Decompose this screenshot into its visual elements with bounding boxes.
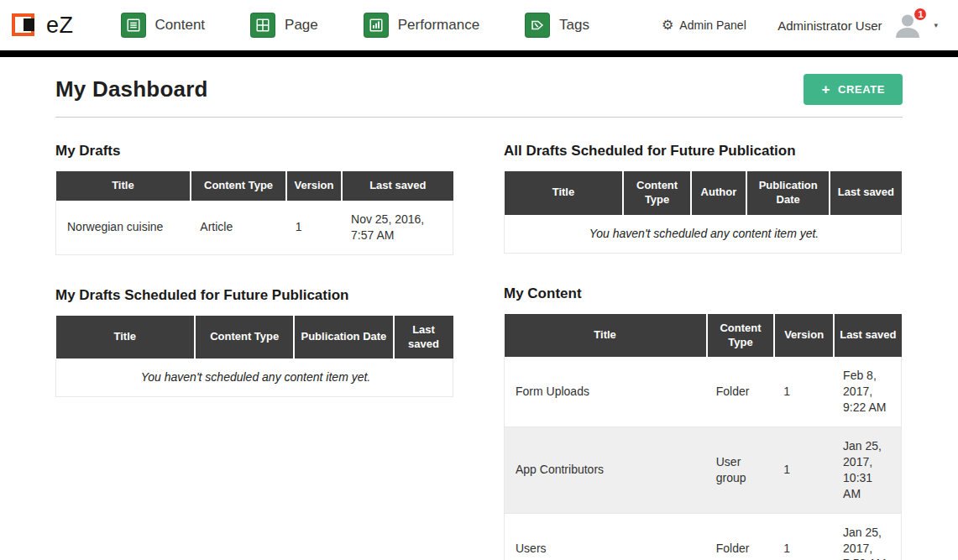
user-avatar[interactable]: 1 xyxy=(893,13,923,38)
all-drafts-scheduled-section: All Drafts Scheduled for Future Publicat… xyxy=(504,143,902,254)
admin-panel-label: Admin Panel xyxy=(679,18,746,32)
logo-text: eZ xyxy=(46,13,74,39)
nav-label-performance: Performance xyxy=(398,17,479,34)
nav-item-tags[interactable]: Tags xyxy=(525,13,589,38)
cell-title: Users xyxy=(505,513,707,560)
all-drafts-scheduled-table: Title Content Type Author Publication Da… xyxy=(504,171,902,254)
my-drafts-scheduled-heading: My Drafts Scheduled for Future Publicati… xyxy=(55,287,453,304)
user-area: Administrator User 1 ▾ xyxy=(777,13,943,38)
create-button-label: CREATE xyxy=(838,83,885,96)
cell-last-saved: Jan 25, 2017, 7:58 AM xyxy=(834,513,901,560)
table-header-row: Title Content Type Version Last saved xyxy=(56,171,453,201)
all-drafts-scheduled-heading: All Drafts Scheduled for Future Publicat… xyxy=(504,143,902,160)
empty-message-row: You haven't scheduled any content item y… xyxy=(56,359,453,396)
cell-content-type: Article xyxy=(191,201,286,254)
left-column: My Drafts Title Content Type Version Las… xyxy=(55,143,453,560)
column-header-publication-date: Publication Date xyxy=(746,171,830,215)
column-header-version: Version xyxy=(286,171,342,201)
column-header-content-type: Content Type xyxy=(191,171,286,201)
admin-panel-button[interactable]: ⚙ Admin Panel xyxy=(662,18,746,32)
empty-message-row: You haven't scheduled any content item y… xyxy=(505,215,902,253)
cell-content-type: Folder xyxy=(707,513,774,560)
column-header-last-saved: Last saved xyxy=(394,316,453,359)
table-header-row: Title Content Type Author Publication Da… xyxy=(505,171,902,215)
table-row[interactable]: App Contributors User group 1 Jan 25, 20… xyxy=(505,427,902,514)
cell-version: 1 xyxy=(774,427,834,514)
column-header-title: Title xyxy=(505,171,624,215)
chevron-down-icon[interactable]: ▾ xyxy=(934,21,938,29)
column-header-content-type: Content Type xyxy=(707,314,774,358)
empty-message: You haven't scheduled any content item y… xyxy=(56,359,453,396)
nav-item-performance[interactable]: Performance xyxy=(364,13,479,38)
logo-black-square xyxy=(24,18,34,31)
my-content-heading: My Content xyxy=(504,285,902,302)
cell-last-saved: Jan 25, 2017, 10:31 AM xyxy=(834,427,901,514)
my-drafts-table: Title Content Type Version Last saved No… xyxy=(55,171,453,255)
column-header-version: Version xyxy=(774,314,834,358)
table-header-row: Title Content Type Publication Date Last… xyxy=(56,316,453,359)
dashboard-main: My Dashboard + CREATE My Drafts Title Co… xyxy=(0,74,958,560)
my-drafts-heading: My Drafts xyxy=(55,143,453,160)
nav-label-content: Content xyxy=(155,17,206,34)
nav-label-tags: Tags xyxy=(559,17,589,34)
page-icon xyxy=(250,13,275,38)
ez-logo[interactable]: eZ xyxy=(12,11,74,39)
my-drafts-section: My Drafts Title Content Type Version Las… xyxy=(55,143,453,255)
page-header: My Dashboard + CREATE xyxy=(55,74,903,118)
create-button[interactable]: + CREATE xyxy=(804,74,903,105)
nav-item-content[interactable]: Content xyxy=(121,13,206,38)
main-navigation: Content Page Performance xyxy=(121,13,590,38)
right-column: All Drafts Scheduled for Future Publicat… xyxy=(504,143,902,560)
cell-content-type: User group xyxy=(707,427,774,514)
cell-last-saved: Feb 8, 2017, 9:22 AM xyxy=(834,357,901,427)
content-icon xyxy=(121,13,146,38)
cell-title: Norwegian cuisine xyxy=(56,201,191,254)
my-drafts-scheduled-section: My Drafts Scheduled for Future Publicati… xyxy=(55,287,453,398)
column-header-title: Title xyxy=(56,171,191,201)
performance-icon xyxy=(364,13,389,38)
tags-icon xyxy=(525,13,550,38)
cell-last-saved: Nov 25, 2016, 7:57 AM xyxy=(342,201,453,254)
cell-version: 1 xyxy=(774,513,834,560)
navbar-divider-bar xyxy=(0,50,958,57)
table-row[interactable]: Norwegian cuisine Article 1 Nov 25, 2016… xyxy=(56,201,453,254)
table-row[interactable]: Users Folder 1 Jan 25, 2017, 7:58 AM xyxy=(505,513,902,560)
notification-badge[interactable]: 1 xyxy=(913,7,928,22)
cell-version: 1 xyxy=(286,201,342,254)
my-drafts-scheduled-table: Title Content Type Publication Date Last… xyxy=(55,316,453,398)
page-title: My Dashboard xyxy=(55,76,208,102)
table-row[interactable]: Form Uploads Folder 1 Feb 8, 2017, 9:22 … xyxy=(505,357,902,427)
plus-icon: + xyxy=(821,84,830,96)
cell-title: App Contributors xyxy=(505,427,707,514)
nav-label-page: Page xyxy=(285,17,318,34)
column-header-last-saved: Last saved xyxy=(834,314,901,358)
column-header-title: Title xyxy=(56,316,196,359)
top-navbar: eZ Content Page xyxy=(0,0,958,50)
dashboard-columns: My Drafts Title Content Type Version Las… xyxy=(55,143,903,560)
gear-icon: ⚙ xyxy=(662,18,673,32)
column-header-content-type: Content Type xyxy=(195,316,294,359)
column-header-last-saved: Last saved xyxy=(830,171,901,215)
user-name: Administrator User xyxy=(777,18,882,33)
column-header-publication-date: Publication Date xyxy=(294,316,393,359)
column-header-content-type: Content Type xyxy=(623,171,690,215)
nav-item-page[interactable]: Page xyxy=(250,13,318,38)
table-header-row: Title Content Type Version Last saved xyxy=(505,314,902,358)
my-content-table: Title Content Type Version Last saved Fo… xyxy=(504,314,902,560)
ez-logo-icon xyxy=(12,11,42,39)
my-content-section: My Content Title Content Type Version La… xyxy=(504,285,902,560)
cell-version: 1 xyxy=(774,357,834,427)
cell-content-type: Folder xyxy=(707,357,774,427)
empty-message: You haven't scheduled any content item y… xyxy=(505,215,902,253)
column-header-author: Author xyxy=(691,171,746,215)
column-header-last-saved: Last saved xyxy=(342,171,453,201)
cell-title: Form Uploads xyxy=(505,357,707,427)
column-header-title: Title xyxy=(505,314,707,358)
